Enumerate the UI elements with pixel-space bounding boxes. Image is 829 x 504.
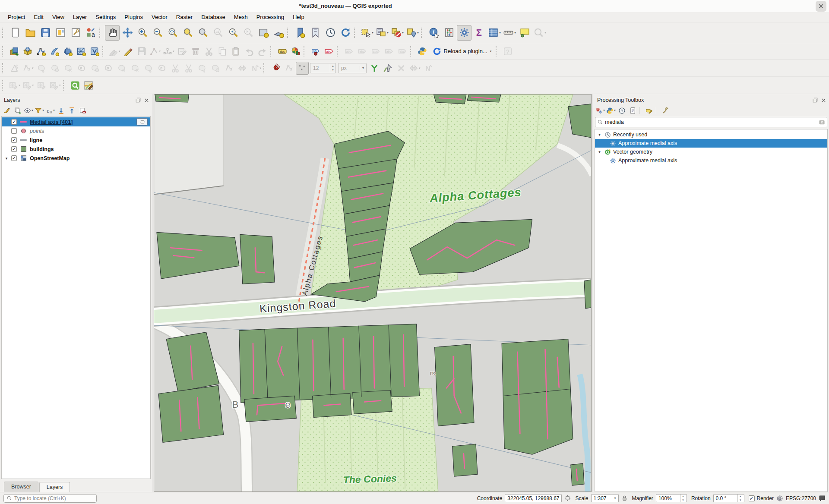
statistical-summary[interactable] <box>442 25 456 41</box>
show-statistics[interactable]: Σ <box>472 25 487 41</box>
collapse-all-button[interactable] <box>67 106 76 115</box>
coordinate-value[interactable]: 322045.05, 129688.67 <box>505 494 562 502</box>
show-spatial-bookmarks[interactable] <box>308 25 323 41</box>
select-by-location[interactable]: ▾ <box>405 25 420 41</box>
layer-item[interactable]: ▾✓OpenStreetMap <box>2 154 150 163</box>
reload-plugin[interactable]: Reload a plugin...▾ <box>429 45 495 58</box>
toolbar-drag-handle[interactable] <box>263 63 267 73</box>
lock-icon[interactable] <box>621 495 628 501</box>
zoom-full[interactable] <box>165 25 180 41</box>
toolbar-drag-handle[interactable] <box>63 80 67 91</box>
new-spatialite-layer[interactable] <box>61 45 74 58</box>
float-panel-icon[interactable] <box>812 97 819 104</box>
layer-item[interactable]: ✓buildings <box>2 145 150 154</box>
manage-map-themes-button[interactable]: ▾ <box>24 106 33 115</box>
messages-icon[interactable] <box>819 495 826 502</box>
new-geopackage-layer[interactable] <box>48 45 61 58</box>
close-panel-icon[interactable] <box>820 97 827 104</box>
layer-item[interactable]: ✓ligne <box>2 135 150 145</box>
open-layer-styling-button[interactable] <box>2 106 12 115</box>
window-close-button[interactable] <box>816 1 826 12</box>
expander-icon[interactable]: ▾ <box>597 132 602 137</box>
menu-settings[interactable]: Settings <box>91 13 120 21</box>
add-group-button[interactable] <box>13 106 22 115</box>
show-layout-manager[interactable] <box>68 25 83 41</box>
map-canvas[interactable]: Alpha Cottages Alpha Cottages Kingston R… <box>154 94 591 491</box>
globe-icon[interactable] <box>776 495 783 502</box>
clear-search-icon[interactable] <box>819 119 825 126</box>
pan-map[interactable] <box>105 25 120 41</box>
select-features-by-value[interactable]: ▾ <box>375 25 389 41</box>
algorithm-group[interactable]: ▾Vector geometry <box>595 148 827 156</box>
layer-checkbox[interactable]: ✓ <box>11 155 17 161</box>
temporal-controller[interactable] <box>323 25 338 41</box>
layer-checkbox[interactable] <box>11 128 17 134</box>
menu-mesh[interactable]: Mesh <box>230 13 252 21</box>
topological-editing[interactable] <box>368 62 381 75</box>
zoom-out[interactable] <box>150 25 165 41</box>
refresh-map[interactable] <box>338 25 353 41</box>
toolbar-drag-handle[interactable] <box>102 46 106 57</box>
pan-to-selection[interactable] <box>120 25 135 41</box>
toolbar-drag-handle[interactable] <box>2 63 6 73</box>
new-project[interactable] <box>8 25 22 41</box>
models-button[interactable]: ▾ <box>595 106 605 115</box>
avoid-intersections[interactable] <box>381 62 394 75</box>
toolbar-drag-handle[interactable] <box>337 46 341 57</box>
expander-icon[interactable]: ▾ <box>3 156 9 161</box>
layer-checkbox[interactable]: ✓ <box>11 119 17 125</box>
select-features[interactable]: ▾ <box>360 25 374 41</box>
expand-all-button[interactable] <box>56 106 66 115</box>
menu-processing[interactable]: Processing <box>252 13 288 21</box>
locate-input[interactable] <box>14 495 94 501</box>
layer-labeling-options[interactable]: abc <box>276 45 289 58</box>
render-checkbox[interactable]: ✓ <box>749 495 755 501</box>
processing-toolbox-toggle[interactable] <box>457 25 471 41</box>
new-shapefile-layer[interactable] <box>35 45 47 58</box>
extent-icon[interactable] <box>564 495 571 501</box>
zoom-in[interactable] <box>135 25 150 41</box>
new-spatial-bookmark[interactable] <box>293 25 307 41</box>
map-tips[interactable] <box>517 25 532 41</box>
plugin-osm-edit[interactable] <box>82 79 95 92</box>
magnifier-spinner[interactable]: 100%▲▼ <box>656 494 687 502</box>
algorithm-item[interactable]: Approximate medial axis <box>595 156 827 165</box>
toolbar-drag-handle[interactable] <box>2 80 6 91</box>
measure[interactable]: ▾ <box>502 25 517 41</box>
filter-legend-button[interactable]: ▾ <box>35 106 44 115</box>
menu-plugins[interactable]: Plugins <box>120 13 147 21</box>
menu-edit[interactable]: Edit <box>29 13 47 21</box>
labeling-rules[interactable]: ab <box>309 45 322 58</box>
toolbar-drag-handle[interactable] <box>496 46 500 57</box>
menu-help[interactable]: Help <box>288 13 309 21</box>
menu-project[interactable]: Project <box>3 13 29 21</box>
new-3d-map-view[interactable] <box>271 25 286 41</box>
toolbar-drag-handle[interactable] <box>421 28 425 38</box>
toolbar-drag-handle[interactable] <box>2 46 6 57</box>
toggle-editing[interactable] <box>122 45 135 58</box>
toolbar-drag-handle[interactable] <box>354 28 358 38</box>
history-button[interactable] <box>617 106 626 115</box>
toolbar-drag-handle[interactable] <box>287 28 291 38</box>
zoom-last[interactable] <box>226 25 240 41</box>
plugin-quickosm[interactable] <box>69 79 82 92</box>
deselect-features[interactable]: ▾ <box>390 25 405 41</box>
zoom-to-selection[interactable] <box>180 25 195 41</box>
label-callouts[interactable]: abc <box>323 45 335 58</box>
new-virtual-layer[interactable] <box>88 45 101 58</box>
tab-browser[interactable]: Browser <box>4 482 38 492</box>
menu-raster[interactable]: Raster <box>172 13 197 21</box>
filter-by-expression-button[interactable]: ε▾ <box>45 106 55 115</box>
zoom-to-layer[interactable] <box>196 25 210 41</box>
layer-item[interactable]: ✓Medial axis [401] <box>2 117 150 126</box>
new-map-view[interactable] <box>256 25 271 41</box>
scale-combo[interactable]: 1:307▾ <box>591 494 619 502</box>
float-panel-icon[interactable] <box>135 97 142 104</box>
toolbar-drag-handle[interactable] <box>304 46 307 57</box>
menu-database[interactable]: Database <box>197 13 230 21</box>
toolbar-drag-handle[interactable] <box>270 46 274 57</box>
menu-vector[interactable]: Vector <box>147 13 172 21</box>
toolbar-drag-handle[interactable] <box>99 28 103 38</box>
new-print-layout[interactable] <box>53 25 68 41</box>
python-console[interactable] <box>416 45 429 58</box>
